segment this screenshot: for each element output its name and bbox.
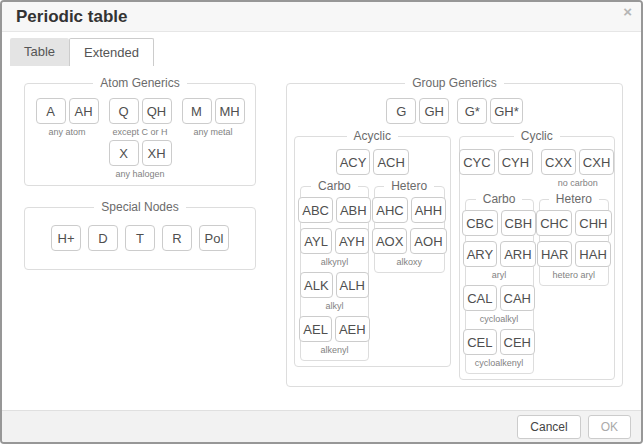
button-abh[interactable]: ABH	[336, 197, 371, 223]
group-caption: hetero aryl	[553, 270, 596, 280]
group-generics-legend: Group Generics	[405, 76, 504, 90]
button-pol[interactable]: Pol	[199, 225, 229, 251]
acyclic-cyclic-row: Acyclic ACY ACH Carbo	[294, 129, 615, 380]
atom-generics-row-2: X XH any halogen	[31, 140, 249, 179]
atom-generics-row-1: A AH any atom Q QH except C or H	[31, 98, 249, 137]
cyclic-carbo-fieldset: Carbo CBC CBH ARY	[465, 192, 534, 374]
button-t[interactable]: T	[125, 225, 155, 251]
button-chc[interactable]: CHC	[536, 210, 572, 236]
group-caption: alkynyl	[321, 257, 349, 267]
close-icon[interactable]: ×	[623, 4, 632, 19]
button-ach[interactable]: ACH	[373, 149, 408, 175]
button-r[interactable]: R	[162, 225, 192, 251]
group-caption: any atom	[48, 127, 85, 137]
dialog-title: Periodic table	[16, 7, 127, 27]
acyclic-top-row: ACY ACH	[300, 149, 445, 175]
button-cah[interactable]: CAH	[500, 285, 535, 311]
button-ahc[interactable]: AHC	[372, 197, 407, 223]
button-group-any-metal: M MH any metal	[182, 98, 245, 137]
button-q[interactable]: Q	[109, 98, 139, 124]
cyclic-carbo-legend: Carbo	[476, 192, 523, 206]
group-caption: except C or H	[112, 127, 167, 137]
button-cyh[interactable]: CYH	[498, 149, 533, 175]
cyclic-fieldset: Cyclic CYC CYH CXX CXH	[459, 129, 616, 380]
acyclic-carbo-legend: Carbo	[311, 179, 358, 193]
left-column: Atom Generics A AH any atom Q QH	[24, 76, 256, 270]
button-ah[interactable]: AH	[69, 98, 99, 124]
cyclic-legend: Cyclic	[514, 129, 560, 143]
cyclic-hetero-fieldset: Hetero CHC CHH HA	[539, 192, 609, 286]
button-ael[interactable]: AEL	[299, 316, 332, 342]
button-mh[interactable]: MH	[215, 98, 245, 124]
button-ary[interactable]: ARY	[463, 241, 498, 267]
acyclic-hetero-legend: Hetero	[384, 179, 434, 193]
button-abc[interactable]: ABC	[298, 197, 333, 223]
button-ayl[interactable]: AYL	[300, 228, 332, 254]
button-ayh[interactable]: AYH	[335, 228, 369, 254]
button-ahh[interactable]: AHH	[411, 197, 446, 223]
button-xh[interactable]: XH	[142, 140, 172, 166]
ok-button[interactable]: OK	[588, 415, 631, 439]
button-aoh[interactable]: AOH	[410, 228, 446, 254]
button-cbh[interactable]: CBH	[501, 210, 536, 236]
button-gh-star[interactable]: GH*	[490, 98, 523, 124]
acyclic-columns: Carbo ABC ABH AYL	[300, 179, 445, 361]
group-caption: any metal	[193, 127, 232, 137]
special-nodes-fieldset: Special Nodes H+ D T R Pol	[24, 200, 256, 270]
button-group-except-c-or-h: Q QH except C or H	[109, 98, 172, 137]
button-d[interactable]: D	[88, 225, 118, 251]
button-qh[interactable]: QH	[142, 98, 172, 124]
button-gh[interactable]: GH	[419, 98, 449, 124]
special-nodes-legend: Special Nodes	[94, 200, 185, 214]
button-h-plus[interactable]: H+	[51, 225, 81, 251]
button-chh[interactable]: CHH	[575, 210, 611, 236]
button-g[interactable]: G	[386, 98, 416, 124]
cyclic-columns: Carbo CBC CBH ARY	[465, 192, 610, 374]
group-caption: any halogen	[115, 169, 164, 179]
group-caption: no carbon	[558, 178, 598, 188]
group-caption: cycloalkenyl	[475, 358, 524, 368]
cyclic-hetero-legend: Hetero	[549, 192, 599, 206]
button-aox[interactable]: AOX	[372, 228, 407, 254]
tab-table[interactable]: Table	[10, 38, 69, 66]
button-m[interactable]: M	[182, 98, 212, 124]
atom-generics-legend: Atom Generics	[93, 76, 186, 90]
cyclic-top-row: CYC CYH CXX CXH no carbon	[465, 149, 610, 188]
group-generics-fieldset: Group Generics G GH G* GH* Acyclic ACY	[286, 76, 623, 387]
acyclic-fieldset: Acyclic ACY ACH Carbo	[294, 129, 451, 367]
button-acy[interactable]: ACY	[336, 149, 371, 175]
dialog-footer: Cancel OK	[2, 410, 641, 442]
group-generics-top-row: G GH G* GH*	[294, 98, 615, 124]
special-nodes-row: H+ D T R Pol	[31, 225, 249, 251]
button-alk[interactable]: ALK	[300, 272, 333, 298]
button-g-star[interactable]: G*	[457, 98, 487, 124]
acyclic-carbo-fieldset: Carbo ABC ABH AYL	[300, 179, 369, 361]
group-caption: alkoxy	[396, 257, 422, 267]
button-cxx[interactable]: CXX	[541, 149, 576, 175]
group-caption: aryl	[492, 270, 507, 280]
button-a[interactable]: A	[36, 98, 66, 124]
button-cyc[interactable]: CYC	[459, 149, 494, 175]
tab-extended[interactable]: Extended	[69, 38, 154, 66]
button-x[interactable]: X	[109, 140, 139, 166]
dialog-header: Periodic table ×	[2, 2, 641, 32]
group-caption: alkyl	[325, 301, 343, 311]
cancel-button[interactable]: Cancel	[517, 415, 580, 439]
button-har[interactable]: HAR	[537, 241, 572, 267]
periodic-table-dialog: Periodic table × Table Extended Atom Gen…	[0, 0, 643, 444]
button-cxh[interactable]: CXH	[579, 149, 614, 175]
button-ceh[interactable]: CEH	[500, 329, 535, 355]
button-cel[interactable]: CEL	[463, 329, 496, 355]
group-caption: cycloalkyl	[480, 314, 519, 324]
button-hah[interactable]: HAH	[575, 241, 610, 267]
button-group-any-halogen: X XH any halogen	[109, 140, 172, 179]
button-aeh[interactable]: AEH	[335, 316, 370, 342]
button-arh[interactable]: ARH	[500, 241, 535, 267]
dialog-body: Atom Generics A AH any atom Q QH	[2, 66, 641, 410]
acyclic-legend: Acyclic	[347, 129, 398, 143]
button-group-any-atom: A AH any atom	[36, 98, 99, 137]
group-caption: alkenyl	[320, 345, 348, 355]
button-cbc[interactable]: CBC	[462, 210, 497, 236]
button-alh[interactable]: ALH	[336, 272, 369, 298]
button-cal[interactable]: CAL	[463, 285, 496, 311]
